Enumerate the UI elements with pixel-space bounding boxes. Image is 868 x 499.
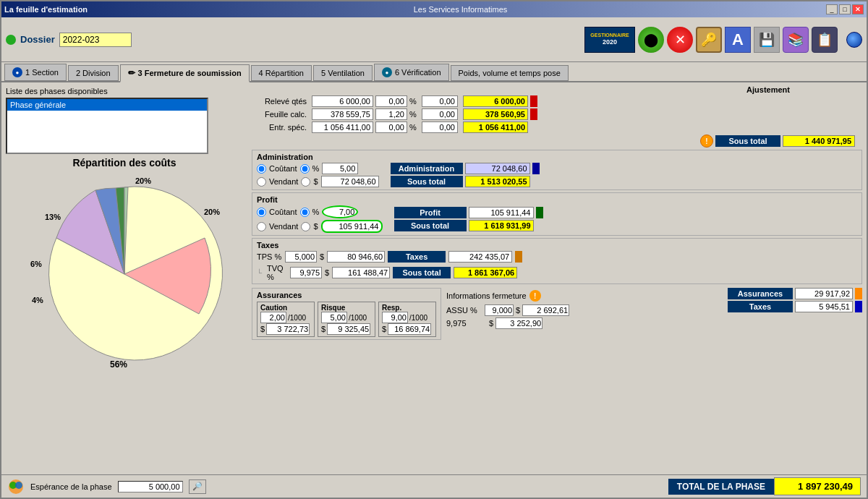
- tab-repartition[interactable]: 4 Répartition: [251, 65, 312, 81]
- phase-item[interactable]: Phase générale: [7, 99, 207, 111]
- admin-dollar-value[interactable]: [321, 176, 379, 187]
- icon-red[interactable]: ✕: [667, 27, 693, 53]
- admin-color-bar: [532, 163, 540, 174]
- tvq-pct-value[interactable]: [290, 267, 322, 278]
- resp-value[interactable]: [388, 323, 431, 335]
- tab-poids[interactable]: Poids, volume et temps pose: [451, 65, 569, 81]
- tvq-value[interactable]: [332, 267, 390, 278]
- caution-dollar-row: $: [260, 323, 311, 335]
- profit-result-label: Profit: [394, 207, 467, 218]
- tps-dollar: $: [320, 252, 324, 261]
- caution-rate-row: /1000: [260, 312, 311, 323]
- icon-purple[interactable]: 📚: [783, 27, 809, 53]
- assur-taxes-value: 5 945,51: [795, 301, 853, 312]
- admin-vendant-row: Vendant $: [257, 176, 379, 187]
- esperance-button[interactable]: 🔎: [189, 479, 206, 494]
- resp-box: Resp. /1000 $: [378, 302, 436, 337]
- risque-rate[interactable]: [321, 312, 347, 323]
- entr-label: Entr. spéc.: [252, 123, 310, 132]
- risque-box: Risque /1000 $: [318, 302, 375, 337]
- entr-row: Entr. spéc. %: [252, 121, 862, 133]
- esperance-input[interactable]: [118, 481, 183, 492]
- profit-vendant-row: Vendant $: [257, 220, 383, 233]
- profit-dollar-value[interactable]: [321, 220, 383, 233]
- phase-list-box[interactable]: Phase générale: [6, 98, 208, 154]
- tps-result-value: 242 435,07: [448, 251, 512, 263]
- risque-value[interactable]: [327, 323, 370, 335]
- assu2-value[interactable]: [495, 317, 542, 329]
- tab-ventilation[interactable]: 5 Ventilation: [313, 65, 373, 81]
- icon-green[interactable]: ⬤: [638, 27, 664, 53]
- assur-color-bar: [855, 288, 862, 299]
- tps-label: TPS %: [257, 252, 282, 261]
- phase-list-label: Liste des phases disponibles: [6, 87, 243, 95]
- tab-section-icon: ●: [12, 67, 22, 77]
- dossier-input[interactable]: [59, 33, 132, 47]
- feuille-val2[interactable]: [422, 108, 458, 120]
- admin-pct-value[interactable]: [322, 163, 358, 174]
- resp-rate[interactable]: [382, 312, 408, 323]
- entr-pct[interactable]: [375, 121, 407, 133]
- profit-pct-radio[interactable]: [300, 208, 310, 217]
- globe-icon[interactable]: [846, 32, 862, 48]
- entr-value1[interactable]: [312, 121, 373, 133]
- admin-coutant-radio[interactable]: [257, 164, 266, 174]
- toolbar-icons: GESTIONNAIRE 2020 ⬤ ✕ 🔑 A 💾 📚 📋: [584, 27, 862, 53]
- assur-taxes-label: Taxes: [728, 301, 793, 312]
- tab-section-label: 1 Section: [25, 68, 59, 77]
- profit-color-bar: [536, 207, 543, 218]
- profit-pct-value[interactable]: [322, 205, 358, 218]
- icon-key[interactable]: 🔑: [696, 27, 722, 53]
- profit-vendant-radio[interactable]: [257, 222, 266, 231]
- profit-dollar-radio[interactable]: [301, 222, 310, 231]
- risque-dollar: $: [321, 325, 326, 333]
- admin-rows: Coûtant % Vendant $: [257, 163, 857, 187]
- bottom-icon: [7, 478, 25, 495]
- assur-result-row: Assurances 29 917,92: [728, 288, 862, 299]
- taxes-rows: TPS % $ Taxes 242 435,07 └ TVQ % $: [257, 251, 857, 281]
- entr-val2[interactable]: [422, 121, 458, 133]
- releve-val2[interactable]: [422, 95, 458, 107]
- assu-value[interactable]: [522, 304, 569, 316]
- icon-letter-a[interactable]: A: [725, 27, 751, 53]
- admin-coutant-row: Coûtant %: [257, 163, 379, 174]
- caution-value[interactable]: [266, 323, 310, 335]
- tab-division[interactable]: 2 Division: [68, 65, 119, 81]
- maximize-button[interactable]: □: [839, 4, 851, 14]
- admin-pct-radio[interactable]: [300, 164, 310, 174]
- caution-rate[interactable]: [260, 312, 286, 323]
- profit-pct-label: %: [312, 208, 320, 216]
- tab-poids-label: Poids, volume et temps pose: [459, 69, 561, 77]
- releve-pct[interactable]: [375, 95, 407, 107]
- assu-pct-label: ASSU %: [446, 306, 482, 315]
- releve-value1[interactable]: [312, 95, 373, 107]
- close-button[interactable]: ✕: [852, 4, 864, 14]
- icon-dark[interactable]: 📋: [812, 27, 838, 53]
- feuille-value1[interactable]: [312, 108, 373, 120]
- profit-coutant-radio[interactable]: [257, 208, 266, 217]
- dossier-label: Dossier: [20, 34, 55, 45]
- tab-section[interactable]: ● 1 Section: [4, 64, 67, 81]
- tab-fermeture[interactable]: ✏ 3 Fermeture de soumission: [120, 64, 250, 82]
- assu-pct-value[interactable]: [485, 304, 514, 316]
- tps-pct-value[interactable]: [285, 251, 317, 263]
- admin-vendant-radio[interactable]: [257, 177, 266, 187]
- entr-pct-sign: %: [409, 123, 420, 132]
- resp-per: /1000: [409, 314, 427, 322]
- tab-verification[interactable]: ● 6 Vérification: [374, 64, 449, 81]
- profit-sous-total-row: Sous total 1 618 931,99: [394, 220, 543, 231]
- feuille-pct[interactable]: [375, 108, 407, 120]
- chart-label-13: 13%: [45, 213, 61, 221]
- dossier-icon: [6, 35, 16, 45]
- icon-save[interactable]: 💾: [754, 27, 780, 53]
- admin-dollar-radio[interactable]: [301, 177, 310, 187]
- tps-value[interactable]: [327, 251, 385, 263]
- minimize-button[interactable]: _: [826, 4, 838, 14]
- profit-coutant-label: Coûtant: [269, 208, 297, 216]
- releve-color-bar: [530, 95, 537, 107]
- info-fermeture-label: Informations fermeture: [446, 291, 527, 300]
- ajustement-section: Ajustement Relevé qtés % Feuille calc.: [252, 85, 862, 148]
- info-warning-icon: !: [529, 290, 541, 302]
- tvq-row: └ TVQ % $ Sous total 1 861 367,06: [257, 264, 857, 281]
- right-panel: Ajustement Relevé qtés % Feuille calc.: [247, 82, 867, 474]
